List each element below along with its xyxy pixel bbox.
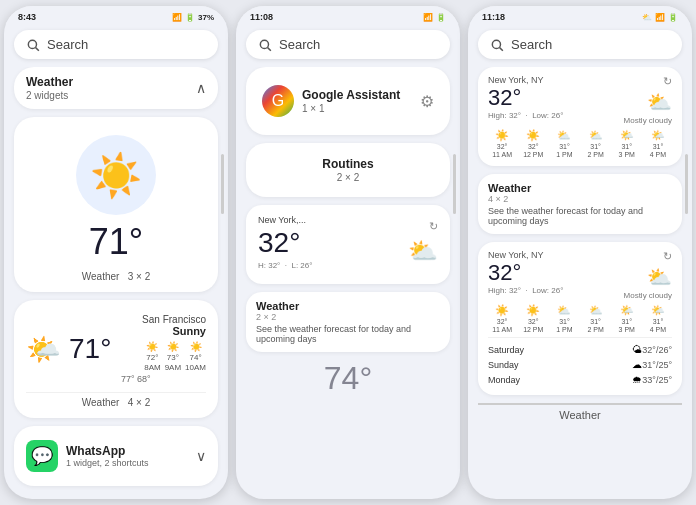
wg1-h5: 🌤️ 31° 4 PM	[644, 129, 672, 158]
whatsapp-item[interactable]: 💬 WhatsApp 1 widget, 2 shortcuts ∨	[14, 426, 218, 486]
whatsapp-chevron[interactable]: ∨	[196, 448, 206, 464]
wi-size: 2 × 2	[256, 312, 440, 322]
wg2-day-1: Sunday ☁ 31°/25°	[488, 357, 672, 372]
time-2: 11:08	[250, 12, 273, 22]
wifi-icon-3: 📶	[655, 13, 665, 22]
refresh-icon[interactable]: ↻	[429, 220, 438, 233]
weather-grid-2: New York, NY 32° High: 32° · Low: 26° ↻ …	[478, 242, 682, 395]
weather-small-display: 🌤️ 71° San Francisco Sunny ☀️ 72° 8AM ☀️…	[26, 310, 206, 388]
status-bar-1: 8:43 📶 🔋 37%	[4, 6, 228, 24]
wg2-day-2: Monday 🌧 33°/25°	[488, 372, 672, 387]
search-bar-2[interactable]: Search	[246, 30, 450, 59]
widget2-label: Weather 4 × 2	[26, 392, 206, 408]
wi3-size: 4 × 2	[488, 194, 672, 204]
whatsapp-row: 💬 WhatsApp 1 widget, 2 shortcuts ∨	[26, 436, 206, 476]
routines-size: 2 × 2	[258, 172, 438, 183]
battery-icon-2: 🔋	[436, 13, 446, 22]
weather-sub: 2 widgets	[26, 90, 73, 101]
weather-card-sm: New York,... 32° H: 32° · L: 26° ↻ ⛅	[246, 205, 450, 284]
wc-header: New York,... 32° H: 32° · L: 26° ↻ ⛅	[258, 215, 438, 270]
hourly-row: ☀️ 72° 8AM ☀️ 73° 9AM ☀️ 74° 10AM	[121, 341, 206, 372]
ga-size: 1 × 1	[302, 103, 420, 114]
scroll-indicator-1	[221, 154, 224, 214]
google-assistant-card: G Google Assistant 1 × 1 ⚙	[246, 67, 450, 135]
phone-panel-1: 8:43 📶 🔋 37% Search Weather 2 widgets ∧	[4, 6, 228, 499]
search-bar-3[interactable]: Search	[478, 30, 682, 59]
wg2-h4: 🌤️ 31° 3 PM	[613, 304, 641, 333]
whatsapp-name: WhatsApp	[66, 444, 188, 458]
weather-large-display: ☀️ 71°	[26, 127, 206, 269]
time-3: 11:18	[482, 12, 505, 22]
signal-icon: 📶	[172, 13, 182, 22]
chevron-up-icon[interactable]: ∧	[196, 80, 206, 96]
search-label-1: Search	[47, 37, 88, 52]
hourly-9am: ☀️ 73° 9AM	[165, 341, 181, 372]
wc-right: ↻ ⛅	[408, 220, 438, 265]
wg2-h2: ⛅ 31° 1 PM	[550, 304, 578, 333]
weather-section-card: Weather 2 widgets ∧	[14, 67, 218, 109]
wg2-left: New York, NY 32° High: 32° · Low: 26°	[488, 250, 563, 295]
wi-desc: See the weather forecast for today and u…	[256, 324, 440, 344]
weather-circle: ☀️	[76, 135, 156, 215]
status-icons-3: ⛅ 📶 🔋	[642, 13, 678, 22]
ga-info: Google Assistant 1 × 1	[302, 88, 420, 114]
weather-grid-1: New York, NY 32° High: 32° · Low: 26° ↻ …	[478, 67, 682, 166]
weather-title: Weather	[26, 75, 73, 89]
ga-row: G Google Assistant 1 × 1 ⚙	[258, 77, 438, 125]
sun-icon-large: ☀️	[90, 151, 142, 200]
ga-icon: G	[262, 85, 294, 117]
wg1-left: New York, NY 32° High: 32° · Low: 26°	[488, 75, 563, 120]
wg2-day-0: Saturday 🌤 32°/26°	[488, 342, 672, 357]
city-name: San Francisco	[121, 314, 206, 325]
wg1-h1: ☀️ 32° 12 PM	[519, 129, 547, 158]
wg1-condition: Mostly cloudy	[624, 116, 672, 125]
panel-content-2: G Google Assistant 1 × 1 ⚙ Routines 2 × …	[236, 67, 460, 499]
status-icons-1: 📶 🔋 37%	[172, 13, 214, 22]
svg-line-5	[500, 47, 503, 50]
panel-content-1: Weather 2 widgets ∧ ☀️ 71° Weather 3 × 2	[4, 67, 228, 499]
weather-sun-small: 🌤️	[26, 333, 61, 366]
search-icon-2	[258, 38, 272, 52]
routines-card: Routines 2 × 2	[246, 143, 450, 197]
routines-title: Routines	[258, 157, 438, 171]
wc-temp: 32°	[258, 227, 312, 259]
wg2-hourly: ☀️ 32° 11 AM ☀️ 32° 12 PM ⛅ 31° 1 PM ⛅ 3…	[488, 304, 672, 333]
search-icon-3	[490, 38, 504, 52]
svg-point-4	[492, 40, 500, 48]
weather-info-card: Weather 2 × 2 See the weather forecast f…	[246, 292, 450, 352]
weather-header-info: Weather 2 widgets	[26, 75, 73, 101]
ga-title: Google Assistant	[302, 88, 420, 102]
search-label-2: Search	[279, 37, 320, 52]
weather-widget-large: ☀️ 71° Weather 3 × 2	[14, 117, 218, 292]
time-1: 8:43	[18, 12, 36, 22]
phone-panel-2: 11:08 📶 🔋 Search G Google Assistant 1 × …	[236, 6, 460, 499]
wg2-right: ↻ ⛅ Mostly cloudy	[624, 250, 672, 300]
status-bar-2: 11:08 📶 🔋	[236, 6, 460, 24]
widget1-label: Weather 3 × 2	[26, 271, 206, 282]
wg2-refresh[interactable]: ↻	[663, 250, 672, 263]
temp-range: 77° 68°	[121, 374, 206, 384]
temp-large: 71°	[89, 221, 143, 263]
whatsapp-icon: 💬	[26, 440, 58, 472]
weather-info-card-3: Weather 4 × 2 See the weather forecast f…	[478, 174, 682, 234]
weather-status-icon: ⛅	[642, 13, 652, 22]
wi3-title: Weather	[488, 182, 672, 194]
hourly-10am: ☀️ 74° 10AM	[185, 341, 206, 372]
wg1-hourly: ☀️ 32° 11 AM ☀️ 32° 12 PM ⛅ 31° 1 PM ⛅ 3…	[488, 129, 672, 158]
wg1-refresh[interactable]: ↻	[663, 75, 672, 88]
search-bar-1[interactable]: Search	[14, 30, 218, 59]
routines-info: Routines 2 × 2	[258, 153, 438, 187]
svg-line-1	[36, 47, 39, 50]
phone-panel-3: 11:18 ⛅ 📶 🔋 Search New York, NY 32° High…	[468, 6, 692, 499]
wg1-h3: ⛅ 31° 2 PM	[582, 129, 610, 158]
whatsapp-sub: 1 widget, 2 shortcuts	[66, 458, 188, 468]
svg-point-2	[260, 40, 268, 48]
whatsapp-info: WhatsApp 1 widget, 2 shortcuts	[66, 444, 188, 468]
wg2-extended: Saturday 🌤 32°/26° Sunday ☁ 31°/25° Mond…	[488, 337, 672, 387]
bottom-weather-label: Weather	[478, 403, 682, 421]
svg-point-0	[28, 40, 36, 48]
gear-icon[interactable]: ⚙	[420, 92, 434, 111]
wg2-temp: 32°	[488, 260, 563, 286]
battery-icon: 🔋	[185, 13, 195, 22]
svg-line-3	[268, 47, 271, 50]
